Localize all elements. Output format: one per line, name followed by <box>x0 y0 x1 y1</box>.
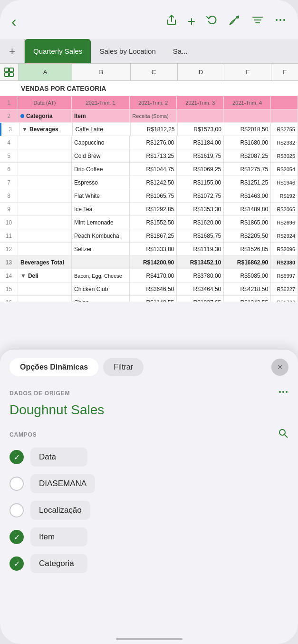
tab-sa[interactable]: Sa... <box>164 39 196 63</box>
table-row: 10 Mint Lemonade R$1552,50 R$1620,00 R$1… <box>0 216 298 229</box>
sheet-title-row: VENDAS POR CATEGORIA <box>0 81 298 96</box>
table-row: 13 Beverages Total R$14200,90 R$13452,10… <box>0 256 298 269</box>
svg-point-15 <box>279 429 285 435</box>
source-name: Doughnut Sales <box>10 402 288 418</box>
field-checkbox-item[interactable]: ✓ <box>10 530 24 544</box>
field-checkbox-data[interactable]: ✓ <box>10 450 24 464</box>
paintbrush-icon[interactable] <box>229 14 241 29</box>
more-icon[interactable] <box>274 14 287 29</box>
table-row: 15 Chicken Club R$3646,50 R$3464,50 R$42… <box>0 283 298 296</box>
share-icon[interactable] <box>166 14 177 29</box>
field-checkbox-diasemana[interactable] <box>10 477 24 491</box>
toolbar-icons: + <box>166 14 287 29</box>
field-label-localizacao: Localização <box>30 501 90 520</box>
field-item-data[interactable]: ✓ Data <box>10 448 288 467</box>
svg-point-6 <box>279 19 281 21</box>
tabs-row: + Quarterly Sales Sales by Location Sa..… <box>0 39 298 64</box>
field-item-item[interactable]: ✓ Item <box>10 527 288 546</box>
table-row: 5 Cold Brew R$1713,25 R$1619,75 R$2087,2… <box>0 149 298 163</box>
grid-selector-cell[interactable] <box>0 64 18 81</box>
table-row: 7 Espresso R$1242,50 R$1155,00 R$1251,25… <box>0 176 298 189</box>
col-header-a[interactable]: A <box>18 64 72 80</box>
field-label-categoria: Categoria <box>30 554 87 573</box>
bottom-panel: Opções Dinâmicas Filtrar × DADOS DE ORIG… <box>0 349 298 644</box>
table-row: 8 Flat White R$1065,75 R$1072,75 R$1463,… <box>0 189 298 203</box>
grid-selector-icon[interactable] <box>0 64 18 81</box>
table-row: 3 ▼Beverages Caffe Latte R$1812,25 R$157… <box>0 123 298 136</box>
table-row: 14 ▼Deli Bacon, Egg, Cheese R$4170,00 R$… <box>0 269 298 283</box>
tab-quarterly-sales[interactable]: Quarterly Sales <box>25 39 91 63</box>
fields-search-icon[interactable] <box>278 428 288 441</box>
col-header-d[interactable]: D <box>177 64 224 80</box>
home-bar <box>116 638 183 640</box>
top-bar: ‹ + <box>0 0 298 39</box>
column-headers: A B C D E F <box>0 64 298 81</box>
svg-point-12 <box>279 391 281 393</box>
table-row: 11 Peach Kombucha R$1867,25 R$1685,75 R$… <box>0 229 298 243</box>
table-row: 1 Data (AT) 2021-Trim. 1 2021-Trim. 2 20… <box>0 96 298 109</box>
field-checkbox-categoria[interactable]: ✓ <box>10 556 24 571</box>
svg-point-14 <box>286 391 288 393</box>
svg-point-5 <box>276 19 278 21</box>
panel-tabs: Opções Dinâmicas Filtrar × <box>10 358 288 376</box>
tab-sales-by-location[interactable]: Sales by Location <box>91 39 164 63</box>
col-header-c[interactable]: C <box>130 64 177 80</box>
source-section-label: DADOS DE ORIGEM <box>10 387 288 400</box>
blue-dot <box>20 114 24 118</box>
phone-wrapper: ‹ + <box>0 0 298 644</box>
tab-add-button[interactable]: + <box>0 39 25 63</box>
col-header-b[interactable]: B <box>72 64 130 80</box>
field-item-diasemana[interactable]: DIASEMANA <box>10 474 288 493</box>
svg-line-16 <box>285 435 288 438</box>
panel-close-button[interactable]: × <box>271 359 288 376</box>
svg-point-7 <box>283 19 285 21</box>
field-label-item: Item <box>30 527 87 546</box>
panel-tab-dynamic-options[interactable]: Opções Dinâmicas <box>10 358 98 376</box>
add-icon[interactable]: + <box>188 14 195 29</box>
source-more-icon[interactable] <box>278 387 288 400</box>
field-label-diasemana: DIASEMANA <box>30 474 95 493</box>
svg-rect-9 <box>10 68 13 72</box>
col-header-f[interactable]: F <box>271 64 298 80</box>
col-header-e[interactable]: E <box>224 64 271 80</box>
svg-rect-8 <box>5 68 9 72</box>
table-row: 4 Cappuccino R$1276,00 R$1184,00 R$1680,… <box>0 136 298 149</box>
table-row: 9 Ice Tea R$1292,85 R$1353,30 R$1489,80 … <box>0 203 298 216</box>
undo-icon[interactable] <box>206 14 218 29</box>
fields-section-label: CAMPOS <box>10 428 288 441</box>
table-row: 2 Categoria Item Receita (Soma) <box>0 109 298 123</box>
field-checkbox-localizacao[interactable] <box>10 503 24 517</box>
spreadsheet-area: A B C D E F VENDAS POR CATEGORIA 1 Data … <box>0 64 298 302</box>
svg-rect-11 <box>10 73 13 77</box>
filter-icon[interactable] <box>251 14 264 29</box>
panel-tab-filter[interactable]: Filtrar <box>103 358 144 376</box>
svg-point-13 <box>282 391 284 393</box>
table-row: 12 Seltzer R$1333,80 R$1119,30 R$1526,85… <box>0 243 298 256</box>
field-label-data: Data <box>30 448 87 467</box>
back-button[interactable]: ‹ <box>11 13 17 30</box>
field-item-localizacao[interactable]: Localização <box>10 501 288 520</box>
field-item-categoria[interactable]: ✓ Categoria <box>10 554 288 573</box>
table-row: 6 Drip Coffee R$1044,75 R$1069,25 R$1275… <box>0 163 298 176</box>
svg-rect-10 <box>5 73 9 77</box>
table-row: 16 Chips R$1148,55 R$1027,65 R$1343,55 R… <box>0 296 298 302</box>
